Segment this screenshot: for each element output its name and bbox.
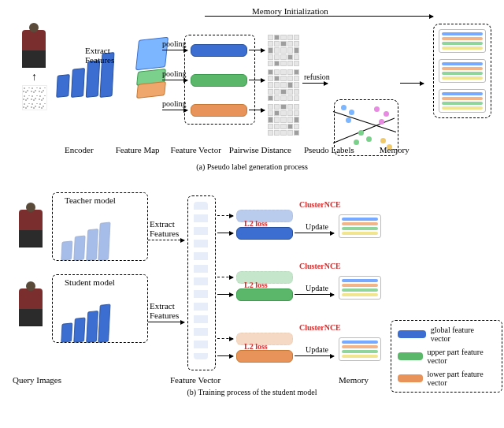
fv-pd-arrow-2 — [249, 80, 265, 80]
feature-vector-label-b: Feature Vector — [170, 375, 220, 385]
pooling-label-3: pooling — [162, 99, 187, 108]
student-fvec-upper — [236, 288, 293, 301]
query-image-teacher — [19, 210, 43, 247]
clusternce-global: ClusterNCE — [299, 200, 341, 209]
legend-global-label: global feature vector — [431, 326, 495, 343]
pooling-label-1: pooling — [162, 39, 187, 48]
teacher-fvec-arrow-u — [217, 277, 233, 277]
axis-pseudo: Pseudo Labels — [304, 145, 354, 154]
teacher-model-label: Teacher model — [65, 195, 116, 205]
student-fvec-arrow-l — [217, 355, 233, 356]
panel-a: Memory Initialization ↑ Extract Features… — [8, 6, 496, 180]
memory-global — [339, 214, 381, 238]
teacher-fvec-arrow-l — [217, 338, 233, 339]
axis-memory: Memory — [380, 145, 410, 154]
update-arrow-upper — [295, 294, 334, 295]
clusternce-lower: ClusterNCE — [299, 323, 341, 332]
input-image — [22, 30, 46, 68]
panel-b-caption: (b) Training process of the student mode… — [8, 388, 496, 396]
student-encoder — [61, 302, 109, 342]
extract-features-teacher: Extract Features — [150, 219, 179, 238]
input-noisy — [22, 85, 47, 110]
legend-swatch-upper — [398, 352, 423, 360]
update-global: Update — [306, 222, 328, 231]
pooling-arrow-2 — [162, 80, 187, 80]
legend-lower-label: lower part feature vector — [428, 370, 495, 387]
extract-features-label-a: Extract Features — [85, 46, 114, 65]
legend-upper-label: upper part feature vector — [428, 348, 495, 365]
legend-upper: upper part feature vector — [398, 348, 495, 365]
axis-encoder: Encoder — [65, 145, 94, 154]
extract-arrow-student — [148, 322, 184, 322]
student-fvec-lower — [236, 350, 293, 363]
pooling-arrow-3 — [162, 110, 187, 110]
refusion-label: refusion — [304, 73, 330, 81]
memory-box — [433, 24, 491, 118]
memory-init-arrow — [205, 16, 433, 17]
fv-pd-arrow-3 — [249, 110, 265, 110]
fvec-global — [191, 44, 247, 57]
axis-feature-vector: Feature Vector — [171, 145, 221, 154]
student-fvec-global — [236, 227, 293, 240]
update-lower: Update — [306, 345, 328, 354]
l2loss-lower: L2 loss — [244, 342, 268, 351]
extract-arrow-teacher — [148, 240, 184, 240]
axis-feature-map: Feature Map — [116, 145, 160, 154]
legend-swatch-lower — [398, 374, 423, 382]
memory-bank-1 — [439, 29, 486, 53]
update-upper: Update — [306, 284, 328, 292]
query-image-student — [19, 288, 43, 326]
memory-lower — [339, 337, 381, 361]
legend-box: global feature vector upper part feature… — [391, 320, 502, 393]
up-arrow-icon: ↑ — [32, 71, 37, 84]
l2loss-global: L2 loss — [244, 219, 268, 228]
pooling-label-2: pooling — [162, 69, 187, 78]
update-arrow-lower — [295, 355, 334, 356]
memory-label-b: Memory — [339, 375, 369, 385]
refusion-arrow — [302, 83, 328, 84]
legend-swatch-global — [398, 330, 426, 338]
memory-bank-2 — [439, 59, 486, 83]
legend-global: global feature vector — [398, 326, 495, 343]
feature-map-icon — [134, 42, 170, 87]
fvec-upper — [191, 74, 247, 87]
pairwise-grid-1 — [268, 35, 299, 66]
memory-upper — [339, 276, 381, 300]
axis-labels-a: Encoder Feature Map Feature Vector Pairw… — [65, 145, 410, 154]
query-images-label: Query Images — [13, 375, 61, 385]
fv-pd-arrow-1 — [249, 50, 265, 50]
to-memory-arrow — [400, 83, 424, 84]
feature-vector-placeholder — [194, 202, 208, 359]
panel-b: Query Images Teacher model Student model… — [8, 186, 496, 395]
update-arrow-global — [295, 233, 334, 233]
panel-a-caption: (a) Pseudo label generation process — [8, 162, 496, 171]
legend-lower: lower part feature vector — [398, 370, 495, 387]
clusternce-upper: ClusterNCE — [299, 262, 341, 270]
pairwise-grid-3 — [268, 104, 299, 136]
student-model-label: Student model — [65, 277, 115, 287]
axis-pairwise: Pairwise Distance — [229, 145, 291, 154]
extract-features-student: Extract Features — [150, 301, 179, 320]
pairwise-grid-2 — [268, 69, 299, 101]
memory-bank-3 — [439, 89, 486, 113]
l2loss-upper: L2 loss — [244, 281, 268, 289]
fvec-lower — [191, 104, 247, 117]
pooling-arrow-1 — [162, 50, 187, 50]
student-fvec-arrow-g — [217, 233, 233, 233]
teacher-encoder — [61, 220, 109, 260]
teacher-fvec-arrow-g — [217, 215, 233, 216]
student-fvec-arrow-u — [217, 294, 233, 295]
memory-init-label: Memory Initialization — [252, 6, 328, 16]
